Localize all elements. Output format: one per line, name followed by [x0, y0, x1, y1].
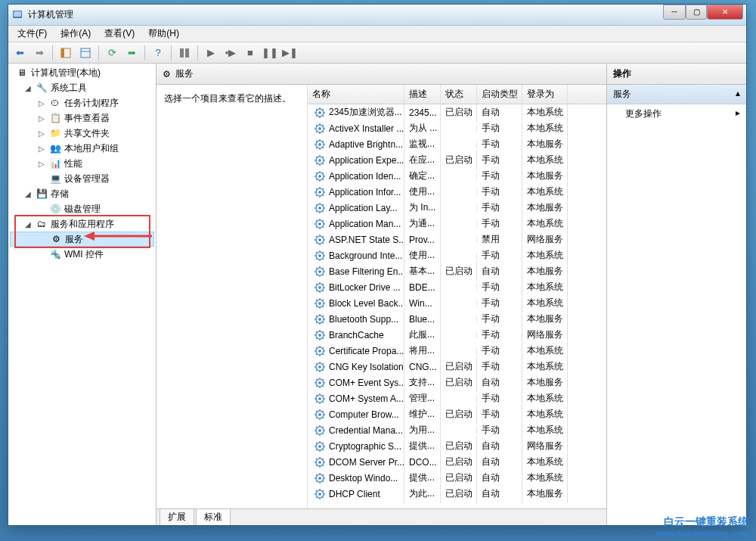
svg-rect-1 [14, 11, 21, 17]
back-button[interactable]: ⬅ [11, 45, 28, 61]
svg-line-148 [316, 322, 318, 323]
collapse-icon[interactable]: ◢ [23, 84, 33, 92]
tree-local-users[interactable]: ▷👥本地用户和组 [10, 141, 154, 156]
stop-button[interactable]: ■ [242, 45, 259, 61]
service-name: Background Inte... [329, 250, 402, 261]
svg-line-98 [316, 242, 318, 244]
service-name: Application Lay... [329, 203, 398, 213]
pause-button[interactable]: ❚❚ [262, 45, 278, 61]
minimize-button[interactable]: ─ [663, 5, 686, 20]
service-status [441, 237, 477, 243]
svg-point-241 [318, 477, 321, 480]
collapse-icon[interactable]: ◢ [23, 190, 33, 198]
service-row[interactable]: Application Expe...在应...已启动手动本地系统 [308, 152, 606, 168]
col-logon[interactable]: 登录为 [522, 85, 568, 104]
tree-storage[interactable]: ◢💾存储 [10, 186, 154, 201]
show-hide-button[interactable] [57, 45, 74, 61]
col-status[interactable]: 状态 [441, 85, 477, 104]
service-row[interactable]: DCOM Server Pr...DCO...已启动自动本地系统 [308, 454, 606, 470]
service-status [441, 284, 477, 291]
titlebar[interactable]: 计算机管理 ─ ▢ ✕ [8, 5, 746, 26]
svg-point-181 [318, 381, 321, 384]
service-status: 已启动 [441, 373, 477, 392]
export-button[interactable]: ➦ [123, 45, 140, 61]
service-row[interactable]: BranchCache此服...手动网络服务 [308, 327, 606, 343]
service-row[interactable]: COM+ System A...管理...手动本地系统 [308, 390, 606, 406]
properties-button[interactable] [77, 45, 94, 61]
maximize-button[interactable]: ▢ [686, 5, 707, 20]
svg-line-116 [316, 268, 318, 269]
tree-wmi[interactable]: 🔩WMI 控件 [10, 247, 154, 262]
menu-help[interactable]: 帮助(H) [142, 26, 185, 42]
actions-more[interactable]: 更多操作▸ [607, 104, 746, 123]
service-row[interactable]: Credential Mana...为用...手动本地系统 [308, 422, 606, 438]
svg-line-176 [316, 363, 318, 365]
service-row[interactable]: Application Man...为通...手动本地系统 [308, 216, 606, 232]
service-row[interactable]: BitLocker Drive ...BDE...手动本地系统 [308, 279, 606, 295]
service-row[interactable]: ASP.NET State S...Prov...禁用网络服务 [308, 232, 606, 247]
expand-icon[interactable]: ▷ [37, 129, 46, 138]
tree-device-manager[interactable]: 💻设备管理器 [10, 171, 154, 186]
service-row[interactable]: DHCP Client为此...已启动自动本地服务 [308, 486, 606, 502]
service-row[interactable]: Background Inte...使用...手动本地系统 [308, 247, 606, 263]
service-desc: 基本... [404, 262, 441, 281]
tree-services-apps[interactable]: ◢🗂服务和应用程序 [10, 216, 154, 232]
svg-line-147 [323, 322, 324, 323]
tree-shared-folders[interactable]: ▷📁共享文件夹 [10, 126, 154, 141]
col-name[interactable]: 名称 [308, 85, 404, 104]
svg-line-96 [316, 236, 318, 238]
service-row[interactable]: Certificate Propa...将用...手动本地系统 [308, 343, 606, 359]
service-row[interactable]: 2345加速浏览器...2345...已启动自动本地系统 [308, 104, 606, 120]
svg-line-217 [323, 433, 324, 434]
services-list[interactable]: 名称 描述 状态 启动类型 登录为 2345加速浏览器...2345...已启动… [308, 85, 606, 508]
expand-icon[interactable]: ▷ [37, 160, 46, 168]
svg-line-187 [323, 385, 324, 387]
service-row[interactable]: Adaptive Brightn...监视...手动本地服务 [308, 136, 606, 152]
col-startup[interactable]: 启动类型 [477, 85, 522, 104]
tree-disk-mgmt[interactable]: 💿磁盘管理 [10, 201, 154, 216]
tree-root[interactable]: 🖥计算机管理(本地) [10, 65, 154, 80]
svg-point-31 [318, 143, 321, 146]
service-row[interactable]: Application Lay...为 In...手动本地服务 [308, 200, 606, 216]
expand-icon[interactable]: ▷ [37, 114, 46, 123]
service-row[interactable]: COM+ Event Sys...支持...已启动自动本地服务 [308, 375, 606, 390]
restart-button[interactable]: ▶❚ [281, 45, 298, 61]
tree-event-viewer[interactable]: ▷📋事件查看器 [10, 110, 154, 126]
menu-view[interactable]: 查看(V) [98, 26, 141, 42]
tab-extended[interactable]: 扩展 [160, 508, 194, 525]
service-row[interactable]: Cryptographic S...提供...已启动自动网络服务 [308, 438, 606, 454]
tab-standard[interactable]: 标准 [196, 508, 231, 525]
menu-file[interactable]: 文件(F) [11, 26, 53, 42]
menu-action[interactable]: 操作(A) [54, 26, 97, 42]
tree-task-scheduler[interactable]: ▷⏲任务计划程序 [10, 95, 154, 110]
refresh-button[interactable]: ⟳ [104, 45, 120, 61]
svg-point-151 [318, 334, 321, 337]
expand-icon[interactable]: ▷ [37, 145, 46, 153]
forward-button[interactable]: ➡ [31, 45, 48, 61]
service-row[interactable]: Bluetooth Supp...Blue...手动本地服务 [308, 311, 606, 327]
svg-line-179 [323, 363, 324, 365]
tree-system-tools[interactable]: ◢🔧系统工具 [10, 80, 154, 95]
panel-button[interactable] [176, 45, 193, 61]
svg-line-149 [323, 316, 324, 317]
service-row[interactable]: Desktop Windo...提供...已启动自动本地系统 [308, 470, 606, 486]
tree-performance[interactable]: ▷📊性能 [10, 156, 154, 171]
start-button[interactable]: ▶ [203, 45, 219, 61]
pause-action-button[interactable]: ▪▶ [222, 45, 239, 61]
service-row[interactable]: Application Iden...确定...手动本地服务 [308, 168, 606, 184]
actions-group-title[interactable]: 服务▴ [607, 85, 746, 104]
service-row[interactable]: ActiveX Installer ...为从 ...手动本地系统 [308, 120, 606, 136]
service-row[interactable]: Block Level Back...Win...手动本地系统 [308, 295, 606, 311]
service-row[interactable]: CNG Key IsolationCNG...已启动手动本地系统 [308, 359, 606, 375]
close-button[interactable]: ✕ [707, 5, 743, 20]
service-row[interactable]: Computer Brow...维护...已启动手动本地系统 [308, 406, 606, 422]
help-button[interactable]: ? [150, 45, 166, 61]
service-row[interactable]: Application Infor...使用...手动本地系统 [308, 184, 606, 200]
service-status: 已启动 [441, 151, 477, 169]
expand-icon[interactable]: ▷ [37, 99, 46, 107]
tree-services[interactable]: ⚙服务 [10, 232, 154, 247]
collapse-icon[interactable]: ◢ [23, 220, 33, 229]
col-desc[interactable]: 描述 [404, 85, 441, 104]
service-row[interactable]: Base Filtering En...基本...已启动自动本地服务 [308, 263, 606, 279]
tree-panel[interactable]: 🖥计算机管理(本地) ◢🔧系统工具 ▷⏲任务计划程序 ▷📋事件查看器 ▷📁共享文… [8, 64, 156, 525]
